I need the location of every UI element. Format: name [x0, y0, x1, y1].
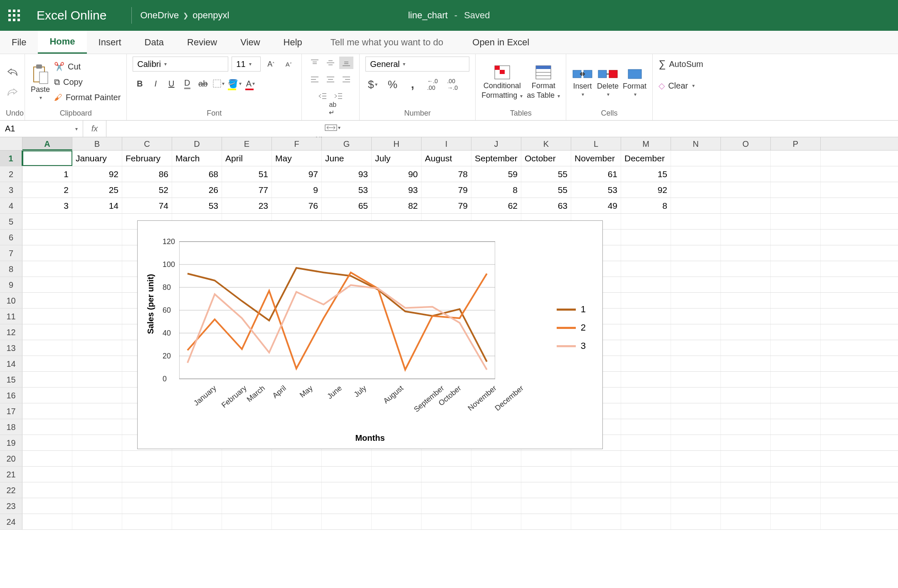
undo-button[interactable] — [5, 66, 20, 78]
row-header[interactable]: 5 — [0, 214, 22, 229]
row-header[interactable]: 18 — [0, 419, 22, 435]
cell[interactable]: 8 — [621, 198, 671, 213]
currency-button[interactable]: $▾ — [365, 78, 380, 91]
row-header[interactable]: 10 — [0, 293, 22, 308]
cell[interactable] — [22, 277, 72, 292]
column-header[interactable]: P — [771, 137, 821, 150]
redo-button[interactable] — [5, 86, 20, 98]
column-header[interactable]: F — [272, 137, 322, 150]
font-size-select[interactable]: 11▾ — [232, 57, 261, 72]
cell[interactable] — [771, 451, 821, 466]
cell[interactable] — [172, 514, 222, 529]
cell[interactable] — [322, 467, 372, 482]
cell[interactable]: 2 — [22, 182, 72, 198]
increase-indent-button[interactable] — [331, 90, 345, 102]
cell[interactable] — [671, 198, 721, 213]
cell[interactable] — [771, 151, 821, 166]
cell[interactable]: 55 — [521, 182, 571, 198]
cell[interactable] — [721, 309, 771, 324]
row-header[interactable]: 9 — [0, 277, 22, 292]
cell[interactable]: 52 — [122, 182, 172, 198]
cell[interactable] — [72, 514, 122, 529]
cell[interactable]: December — [621, 151, 671, 166]
cell[interactable] — [22, 214, 72, 229]
column-header[interactable]: I — [422, 137, 471, 150]
row-header[interactable]: 22 — [0, 482, 22, 498]
cell[interactable] — [122, 467, 172, 482]
cell[interactable] — [422, 451, 471, 466]
number-format-select[interactable]: General▾ — [365, 57, 469, 72]
conditional-formatting-button[interactable]: Conditional Formatting ▾ — [481, 64, 523, 100]
cell[interactable] — [771, 198, 821, 213]
cell[interactable]: 62 — [471, 198, 521, 213]
cell[interactable] — [621, 403, 671, 419]
row-header[interactable]: 11 — [0, 309, 22, 324]
cell[interactable] — [22, 151, 72, 166]
cell[interactable]: 49 — [571, 198, 621, 213]
cell[interactable] — [422, 482, 471, 498]
cell[interactable] — [571, 514, 621, 529]
column-header[interactable]: M — [621, 137, 671, 150]
cell[interactable] — [272, 498, 322, 514]
align-bottom-button[interactable] — [339, 57, 353, 69]
cell[interactable]: 3 — [22, 198, 72, 213]
cell[interactable] — [22, 356, 72, 371]
row-header[interactable]: 14 — [0, 356, 22, 371]
cell[interactable] — [122, 482, 172, 498]
cell[interactable]: 51 — [222, 166, 272, 182]
align-center-button[interactable] — [323, 73, 338, 86]
cell[interactable] — [172, 451, 222, 466]
cell[interactable] — [671, 356, 721, 371]
cell[interactable] — [621, 214, 671, 229]
cell[interactable] — [22, 514, 72, 529]
cell[interactable]: 65 — [322, 198, 372, 213]
cell[interactable] — [621, 388, 671, 403]
cell[interactable] — [571, 451, 621, 466]
cell[interactable]: October — [521, 151, 571, 166]
cell[interactable] — [22, 419, 72, 435]
breadcrumb-root[interactable]: OneDrive — [140, 10, 179, 21]
cell[interactable] — [671, 182, 721, 198]
cell[interactable] — [372, 451, 422, 466]
cell[interactable] — [721, 451, 771, 466]
cell[interactable] — [621, 309, 671, 324]
row-header[interactable]: 20 — [0, 451, 22, 466]
cell[interactable] — [72, 419, 122, 435]
cell[interactable] — [272, 514, 322, 529]
cell[interactable] — [671, 293, 721, 308]
cell[interactable] — [471, 498, 521, 514]
cell[interactable] — [671, 435, 721, 450]
cell[interactable]: 90 — [372, 166, 422, 182]
tab-view[interactable]: View — [229, 31, 271, 54]
cell[interactable]: 55 — [521, 166, 571, 182]
insert-cells-button[interactable]: Insert ▾ — [572, 67, 593, 97]
cell[interactable] — [671, 419, 721, 435]
cell[interactable] — [721, 230, 771, 245]
cell[interactable] — [771, 388, 821, 403]
column-header[interactable]: O — [721, 137, 771, 150]
cell[interactable] — [372, 467, 422, 482]
cell[interactable]: 79 — [422, 182, 471, 198]
row-header[interactable]: 6 — [0, 230, 22, 245]
cell[interactable]: 25 — [72, 182, 122, 198]
column-header[interactable]: L — [571, 137, 621, 150]
column-header[interactable]: G — [322, 137, 372, 150]
cell[interactable] — [721, 324, 771, 340]
bold-button[interactable]: B — [133, 77, 147, 90]
cell[interactable] — [72, 403, 122, 419]
cell[interactable] — [671, 403, 721, 419]
cell[interactable] — [471, 514, 521, 529]
cell[interactable]: 93 — [372, 182, 422, 198]
cell[interactable] — [471, 451, 521, 466]
cell[interactable] — [771, 182, 821, 198]
cell[interactable] — [122, 514, 172, 529]
cell[interactable]: 15 — [621, 166, 671, 182]
row-header[interactable]: 3 — [0, 182, 22, 198]
row-header[interactable]: 4 — [0, 198, 22, 213]
cell[interactable] — [771, 277, 821, 292]
cell[interactable] — [721, 166, 771, 182]
cell[interactable] — [22, 388, 72, 403]
clear-button[interactable]: ◇Clear▾ — [659, 79, 695, 92]
cell[interactable]: May — [272, 151, 322, 166]
cell[interactable] — [372, 514, 422, 529]
